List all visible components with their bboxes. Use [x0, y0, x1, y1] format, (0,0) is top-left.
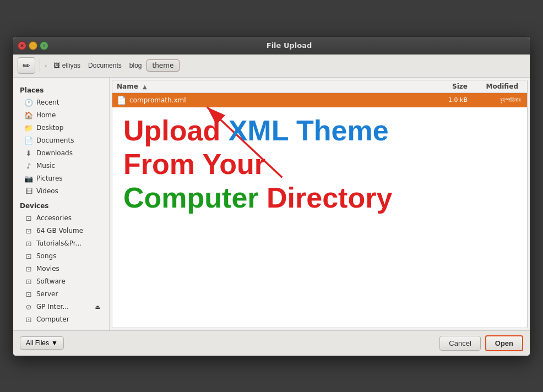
file-list: 📄 compromath.xml 1.0 kB বৃহস্পতিবার — [112, 93, 527, 328]
recent-icon: 🕐 — [24, 99, 33, 107]
modified-column-header[interactable]: Modified — [468, 83, 523, 90]
file-name: compromath.xml — [129, 96, 429, 104]
breadcrumb-blog[interactable]: blog — [126, 60, 145, 71]
sidebar-item-pictures[interactable]: 📷 Pictures — [15, 172, 107, 185]
pencil-icon: ✏ — [23, 61, 30, 71]
cancel-button[interactable]: Cancel — [439, 336, 480, 351]
places-section-title: Places — [13, 82, 109, 96]
type-location-button[interactable]: ✏ — [18, 57, 35, 74]
devices-section-title: Devices — [13, 198, 109, 212]
sidebar-item-music[interactable]: ♪ Music — [15, 160, 107, 172]
toolbar: ✏ ‹ 🖼 elliyas Documents blog theme — [13, 55, 530, 78]
file-area: Name ▲ Size Modified 📄 compromath.xml 1.… — [112, 80, 528, 328]
window-controls: ✕ − + — [18, 41, 48, 50]
close-button[interactable]: ✕ — [18, 41, 26, 50]
music-icon: ♪ — [24, 162, 33, 170]
sidebar-item-label: Videos — [36, 187, 58, 195]
sidebar-item-recent[interactable]: 🕐 Recent — [15, 96, 107, 109]
minimize-button[interactable]: − — [29, 41, 37, 50]
device-icon: ⊡ — [24, 239, 33, 248]
sidebar-item-label: Downloads — [36, 149, 73, 157]
home-icon: 🏠 — [24, 111, 33, 119]
sidebar: Places 🕐 Recent 🏠 Home 📁 Desktop 📄 Docum… — [13, 78, 110, 330]
sidebar-item-label: Documents — [36, 137, 74, 144]
sidebar-item-label: Computer — [36, 315, 69, 323]
breadcrumb-arrow-left[interactable]: ‹ — [45, 62, 47, 69]
eject-icon[interactable]: ⏏ — [95, 304, 100, 310]
arrow-annotation — [112, 93, 527, 328]
computer-icon: ⊡ — [24, 315, 33, 324]
file-list-header: Name ▲ Size Modified — [112, 80, 527, 93]
sidebar-item-gp-internet[interactable]: ⊙ GP Inter... ⏏ — [15, 301, 107, 313]
sidebar-item-software[interactable]: ⊡ Software — [15, 275, 107, 288]
open-button[interactable]: Open — [485, 335, 523, 351]
sidebar-item-server[interactable]: ⊡ Server — [15, 288, 107, 301]
instruction-overlay: Upload XML Theme From Your Computer Dire… — [123, 115, 516, 214]
sidebar-item-label: Software — [36, 277, 66, 285]
sidebar-item-label: Server — [36, 290, 58, 298]
breadcrumb-theme[interactable]: theme — [146, 59, 180, 72]
sidebar-item-label: 64 GB Volume — [36, 227, 83, 235]
size-column-header[interactable]: Size — [429, 83, 468, 90]
bottom-bar: All Files ▼ Cancel Open — [13, 330, 530, 356]
toolbar-separator — [40, 59, 40, 72]
breadcrumb-documents[interactable]: Documents — [85, 60, 125, 71]
file-type-icon: 📄 — [117, 96, 126, 105]
window-title: File Upload — [53, 41, 525, 50]
svg-line-1 — [207, 107, 282, 177]
videos-icon: 🎞 — [24, 187, 33, 195]
device-icon: ⊡ — [24, 277, 33, 286]
device-icon: ⊡ — [24, 290, 33, 298]
sidebar-item-home[interactable]: 🏠 Home — [15, 109, 107, 122]
device-icon: ⊡ — [24, 214, 33, 222]
sidebar-item-label: Home — [36, 111, 56, 119]
sidebar-item-64gb[interactable]: ⊡ 64 GB Volume — [15, 225, 107, 237]
breadcrumb: ‹ 🖼 elliyas Documents blog theme — [45, 59, 180, 72]
file-modified: বৃহস্পতিবার — [468, 96, 523, 104]
desktop-icon: 📁 — [24, 124, 33, 132]
computer-text: Computer — [123, 182, 267, 214]
sidebar-item-desktop[interactable]: 📁 Desktop — [15, 122, 107, 134]
file-size: 1.0 kB — [429, 96, 468, 104]
sort-indicator: ▲ — [143, 84, 147, 90]
instruction-line1: Upload XML Theme — [123, 115, 516, 146]
sidebar-item-label: Accesories — [36, 214, 72, 222]
filter-label: All Files — [26, 339, 49, 347]
sidebar-item-label: GP Inter... — [36, 303, 69, 311]
table-row[interactable]: 📄 compromath.xml 1.0 kB বৃহস্পতিবার — [112, 93, 527, 107]
documents-icon: 📄 — [24, 137, 33, 145]
sidebar-item-label: Recent — [36, 99, 59, 106]
sidebar-item-tutorials[interactable]: ⊡ Tutorials&Pr... — [15, 237, 107, 250]
pictures-icon: 📷 — [24, 175, 33, 183]
title-bar: ✕ − + File Upload — [13, 37, 530, 55]
sidebar-item-downloads[interactable]: ⬇ Downloads — [15, 147, 107, 160]
sidebar-item-label: Tutorials&Pr... — [36, 239, 82, 247]
gp-icon: ⊙ — [24, 303, 33, 311]
device-icon: ⊡ — [24, 227, 33, 235]
sidebar-item-label: Desktop — [36, 124, 64, 132]
dropdown-arrow-icon: ▼ — [51, 339, 58, 347]
main-content: Places 🕐 Recent 🏠 Home 📁 Desktop 📄 Docum… — [13, 78, 530, 330]
sidebar-item-label: Songs — [36, 252, 56, 260]
xml-theme-text: XML Theme — [229, 115, 389, 146]
instruction-line3: Computer Directory — [123, 182, 516, 214]
name-column-header[interactable]: Name ▲ — [117, 83, 429, 90]
file-filter-dropdown[interactable]: All Files ▼ — [20, 336, 64, 350]
directory-text: Directory — [267, 182, 392, 214]
device-icon: ⊡ — [24, 252, 33, 260]
sidebar-item-songs[interactable]: ⊡ Songs — [15, 250, 107, 263]
maximize-button[interactable]: + — [40, 41, 48, 50]
elliyas-icon: 🖼 — [53, 62, 60, 69]
sidebar-item-label: Music — [36, 162, 55, 170]
downloads-icon: ⬇ — [24, 149, 33, 157]
sidebar-item-videos[interactable]: 🎞 Videos — [15, 185, 107, 198]
sidebar-item-label: Pictures — [36, 175, 63, 182]
breadcrumb-elliyas[interactable]: 🖼 elliyas — [50, 60, 84, 71]
sidebar-item-documents[interactable]: 📄 Documents — [15, 134, 107, 147]
device-icon: ⊡ — [24, 265, 33, 273]
sidebar-item-movies[interactable]: ⊡ Movies — [15, 263, 107, 275]
sidebar-item-label: Movies — [36, 265, 59, 273]
sidebar-item-accesories[interactable]: ⊡ Accesories — [15, 212, 107, 225]
upload-text: Upload — [123, 115, 229, 146]
sidebar-item-computer[interactable]: ⊡ Computer — [15, 313, 107, 326]
